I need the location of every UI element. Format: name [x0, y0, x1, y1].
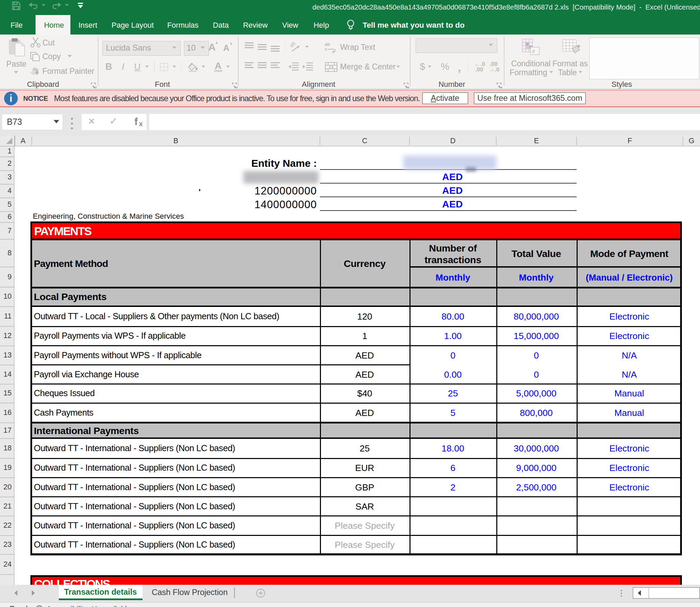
svg-text:ab: ab: [325, 42, 330, 47]
svg-text:ab: ab: [290, 42, 296, 49]
svg-text:≠: ≠: [532, 48, 535, 55]
svg-text:c: c: [325, 46, 327, 52]
